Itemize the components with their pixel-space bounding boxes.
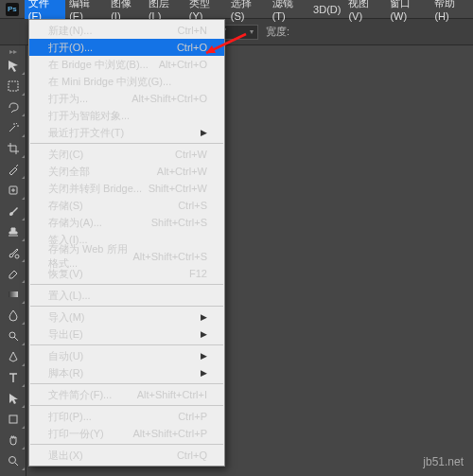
menu-item-label: 在 Bridge 中浏览(B)... [48, 58, 149, 72]
menu-item-shortcut: Shift+Ctrl+W [149, 183, 207, 194]
svg-point-2 [15, 255, 19, 258]
eraser-tool[interactable] [1, 263, 26, 284]
menu-separator [30, 284, 223, 285]
menu-视图[interactable]: 视图(V) [344, 0, 386, 19]
menu-item-label: 置入(L)... [48, 289, 91, 303]
menu-滤镜[interactable]: 滤镜(T) [269, 0, 309, 19]
menu-item[interactable]: 关闭并转到 Bridge...Shift+Ctrl+W [29, 180, 224, 197]
menu-item-shortcut: Alt+Shift+Ctrl+S [132, 251, 207, 262]
menu-item[interactable]: 打开(O)...Ctrl+O [29, 39, 224, 56]
menu-3d[interactable]: 3D(D) [309, 0, 344, 19]
submenu-arrow-icon: ▶ [201, 368, 207, 378]
wand-tool[interactable] [1, 117, 26, 138]
dodge-tool[interactable] [1, 326, 26, 346]
marquee-tool[interactable] [1, 76, 26, 97]
submenu-arrow-icon: ▶ [201, 128, 207, 137]
menu-选择[interactable]: 选择(S) [227, 0, 269, 19]
menu-窗口[interactable]: 窗口(W) [386, 0, 430, 19]
crop-tool[interactable] [1, 138, 26, 159]
menu-item-label: 打印(P)... [48, 410, 92, 424]
menu-item[interactable]: 存储(S)Ctrl+S [29, 197, 224, 214]
submenu-arrow-icon: ▶ [201, 312, 207, 322]
menu-item[interactable]: 关闭全部Alt+Ctrl+W [29, 163, 224, 180]
shape-tool[interactable] [1, 409, 26, 430]
menu-item-shortcut: Ctrl+P [178, 411, 207, 422]
heal-tool[interactable] [1, 180, 26, 201]
submenu-arrow-icon: ▶ [201, 351, 207, 361]
menu-item[interactable]: 存储为(A)...Shift+Ctrl+S [29, 214, 224, 231]
toolbox: ▸▸ [0, 45, 26, 476]
svg-rect-3 [9, 291, 18, 297]
menu-item[interactable]: 新建(N)...Ctrl+N [29, 22, 224, 39]
chevron-down-icon: ▾ [250, 27, 254, 36]
menu-item[interactable]: 退出(X)Ctrl+Q [29, 447, 224, 464]
brush-tool[interactable] [1, 201, 26, 221]
menu-item[interactable]: 在 Bridge 中浏览(B)...Alt+Ctrl+O [29, 56, 224, 73]
move-tool[interactable] [1, 55, 26, 76]
menu-item-label: 脚本(R) [48, 366, 83, 380]
pen-tool[interactable] [1, 346, 26, 367]
menu-item-label: 关闭(C) [48, 148, 83, 162]
menu-item-label: 关闭全部 [48, 165, 90, 179]
eyedropper-tool[interactable] [1, 159, 26, 180]
menu-item-label: 导入(M) [48, 310, 85, 325]
menu-item-shortcut: Alt+Shift+Ctrl+P [132, 428, 207, 439]
menu-item-label: 最近打开文件(T) [48, 126, 124, 140]
menu-item-shortcut: Ctrl+S [178, 200, 207, 211]
menu-item[interactable]: 打开为智能对象... [29, 107, 224, 124]
menu-separator [30, 344, 223, 345]
submenu-arrow-icon: ▶ [201, 329, 207, 339]
menu-separator [30, 405, 223, 406]
gradient-tool[interactable] [1, 284, 26, 305]
menu-item-shortcut: Shift+Ctrl+S [151, 217, 207, 228]
menu-item-label: 打印一份(Y) [48, 427, 104, 441]
menu-item-label: 关闭并转到 Bridge... [48, 182, 142, 196]
path-select-tool[interactable] [1, 388, 26, 409]
menu-item[interactable]: 存储为 Web 所用格式...Alt+Shift+Ctrl+S [29, 248, 224, 265]
menu-item[interactable]: 导出(E)▶ [29, 326, 224, 343]
menu-item[interactable]: 导入(M)▶ [29, 309, 224, 326]
menu-item[interactable]: 文件简介(F)...Alt+Shift+Ctrl+I [29, 386, 224, 403]
menu-图像[interactable]: 图像(I) [107, 0, 145, 19]
menu-文件[interactable]: 文件(F) [25, 0, 65, 19]
lasso-tool[interactable] [1, 97, 26, 117]
menu-item[interactable]: 自动(U)▶ [29, 347, 224, 364]
width-label: 宽度: [266, 25, 289, 39]
menu-图层[interactable]: 图层(L) [145, 0, 185, 19]
menu-item-label: 存储为(A)... [48, 216, 102, 230]
svg-rect-5 [9, 415, 17, 423]
menu-item[interactable]: 最近打开文件(T)▶ [29, 124, 224, 141]
menu-item[interactable]: 打开为...Alt+Shift+Ctrl+O [29, 90, 224, 107]
menu-item[interactable]: 脚本(R)▶ [29, 364, 224, 381]
menu-帮助[interactable]: 帮助(H) [430, 0, 473, 19]
menu-item[interactable]: 在 Mini Bridge 中浏览(G)... [29, 73, 224, 90]
history-brush-tool[interactable] [1, 242, 26, 263]
menu-类型[interactable]: 类型(Y) [185, 0, 227, 19]
menu-item-shortcut: Ctrl+W [175, 149, 207, 160]
menu-item[interactable]: 打印(P)...Ctrl+P [29, 408, 224, 425]
menu-编辑[interactable]: 编辑(E) [65, 0, 107, 19]
zoom-tool[interactable] [1, 450, 26, 471]
menu-item[interactable]: 关闭(C)Ctrl+W [29, 146, 224, 163]
stamp-tool[interactable] [1, 221, 26, 242]
menu-item-label: 恢复(V) [48, 267, 83, 281]
menu-item-label: 打开为智能对象... [48, 109, 130, 123]
svg-rect-0 [9, 81, 18, 91]
menu-item-shortcut: Ctrl+N [178, 25, 207, 36]
menu-item-label: 文件简介(F)... [48, 388, 112, 402]
menu-item-label: 存储(S) [48, 199, 83, 213]
app-logo: Ps [6, 3, 19, 16]
menu-item-label: 导出(E) [48, 327, 83, 342]
type-tool[interactable] [1, 367, 26, 388]
menu-item-label: 在 Mini Bridge 中浏览(G)... [48, 75, 171, 89]
toolbox-handle[interactable]: ▸▸ [0, 47, 26, 55]
menu-item-shortcut: F12 [189, 268, 207, 279]
menu-item[interactable]: 打印一份(Y)Alt+Shift+Ctrl+P [29, 425, 224, 442]
menu-item-shortcut: Alt+Ctrl+O [159, 59, 207, 70]
hand-tool[interactable] [1, 430, 26, 450]
blur-tool[interactable] [1, 305, 26, 326]
menu-item-shortcut: Ctrl+O [177, 42, 207, 53]
menubar: Ps 文件(F)编辑(E)图像(I)图层(L)类型(Y)选择(S)滤镜(T)3D… [0, 0, 473, 19]
menu-item[interactable]: 置入(L)... [29, 287, 224, 304]
file-menu-dropdown: 新建(N)...Ctrl+N打开(O)...Ctrl+O在 Bridge 中浏览… [28, 19, 225, 467]
